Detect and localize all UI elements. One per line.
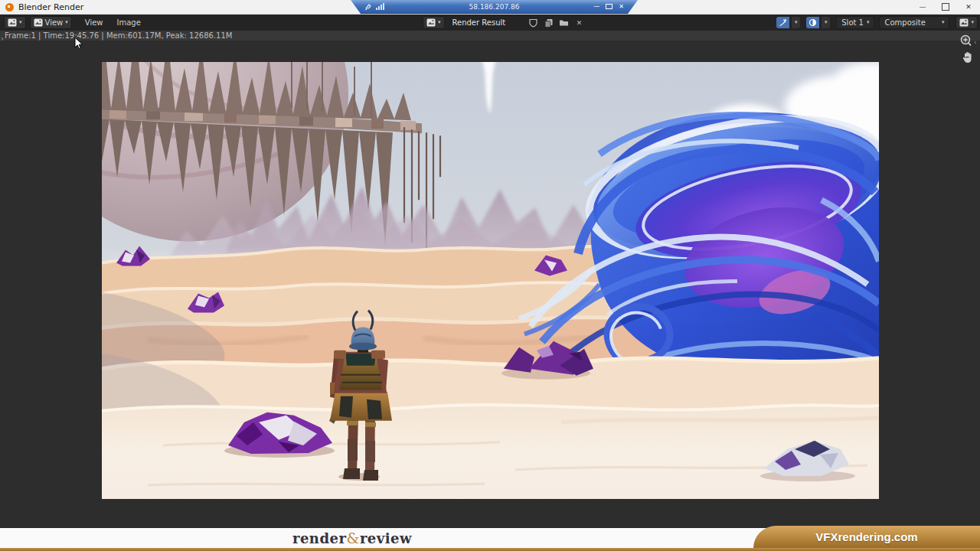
header-right: ▾ ▾ Slot 1 ▾ Composite ▾ <box>776 15 978 31</box>
rdp-restore-button[interactable] <box>606 4 612 9</box>
window-controls: — ✕ <box>911 0 980 14</box>
minimize-button[interactable]: — <box>911 0 934 14</box>
gizmos-dropdown[interactable]: ▾ <box>791 17 800 28</box>
chevron-down-icon: ▾ <box>867 20 870 25</box>
maximize-icon <box>942 3 949 11</box>
blender-window: Blender Render — ✕ 58.186.207.86 — ✕ <box>0 0 980 551</box>
image-icon <box>959 18 969 27</box>
rdp-connection-bar: 58.186.207.86 — ✕ <box>351 0 638 14</box>
wordmark-ampersand: & <box>346 530 359 546</box>
footer-gold-line <box>0 548 980 551</box>
chevron-down-icon: ▾ <box>19 20 22 25</box>
render-scene <box>102 62 879 499</box>
fake-user-button[interactable] <box>528 17 540 29</box>
wordmark-post: review <box>360 530 412 546</box>
sand-foreground <box>102 405 879 499</box>
zoom-in-tool[interactable] <box>959 34 974 49</box>
wordmark-pre: render <box>292 530 347 546</box>
mode-label: View <box>45 18 64 27</box>
chevron-down-icon: ▾ <box>795 20 798 25</box>
chevron-down-icon: ▾ <box>438 20 441 25</box>
blender-logo-icon <box>5 3 14 11</box>
pan-hand-tool[interactable] <box>962 51 974 64</box>
render-result-image[interactable] <box>102 62 879 499</box>
rdp-minimize-button[interactable]: — <box>593 0 599 13</box>
image-editor-header: ▾ View ▾ View Image ▾ <box>0 15 980 31</box>
image-icon <box>426 18 436 27</box>
mode-dropdown[interactable]: View ▾ <box>30 16 72 29</box>
image-pin-button[interactable]: ▾ <box>956 16 978 29</box>
vfx-site-text: VFXrendering.com <box>815 530 917 543</box>
open-image-button[interactable] <box>558 17 570 29</box>
chevron-down-icon: ▾ <box>825 20 828 25</box>
view-mode-icon <box>34 18 43 27</box>
folder-icon <box>559 18 569 27</box>
chevron-down-icon: ▾ <box>971 20 974 25</box>
image-name-field[interactable]: Render Result <box>448 18 524 27</box>
slot-label: Slot 1 <box>841 18 864 27</box>
shield-icon <box>529 18 537 28</box>
close-button[interactable]: ✕ <box>957 0 980 14</box>
overlays-dropdown[interactable]: ▾ <box>821 17 830 28</box>
chevron-down-icon: ▾ <box>65 20 68 25</box>
header-left: ▾ View ▾ View Image <box>0 16 148 29</box>
region-expand-arrow[interactable]: › <box>1 34 4 43</box>
chevron-down-icon: ▾ <box>942 20 945 25</box>
rdp-window-controls: — ✕ <box>593 0 624 13</box>
slot-dropdown[interactable]: Slot 1 ▾ <box>836 16 874 29</box>
image-datablock-cluster: ▾ Render Result ✕ <box>423 15 586 31</box>
copy-pages-icon <box>544 18 554 28</box>
pass-dropdown[interactable]: Composite ▾ <box>879 16 949 29</box>
render-status-bar: Frame:1 | Time:19:45.76 | Mem:601.17M, P… <box>0 31 980 41</box>
editor-type-button[interactable]: ▾ <box>4 16 26 29</box>
image-editor-icon <box>8 18 17 27</box>
overlays-icon <box>808 18 817 27</box>
unlink-image-button[interactable]: ✕ <box>573 17 586 29</box>
gizmos-toggle[interactable] <box>776 17 789 28</box>
render-review-wordmark: render&review <box>122 530 582 546</box>
maximize-button[interactable] <box>934 0 957 14</box>
window-title: Blender Render <box>18 2 83 12</box>
rdp-close-button[interactable]: ✕ <box>619 0 624 13</box>
menu-view[interactable]: View <box>78 18 110 27</box>
vfx-banner: VFXrendering.com <box>753 526 980 548</box>
browse-image-button[interactable]: ▾ <box>423 16 445 29</box>
new-image-button[interactable] <box>543 17 555 29</box>
gizmo-arrow-icon <box>779 18 787 27</box>
mouse-cursor <box>74 37 83 51</box>
render-status-text: Frame:1 | Time:19:45.76 | Mem:601.17M, P… <box>5 31 232 40</box>
overlays-toggle[interactable] <box>806 17 819 28</box>
pass-label: Composite <box>884 18 925 27</box>
gizmo-collapse-arrow[interactable]: ‹ <box>974 38 977 46</box>
menu-image[interactable]: Image <box>110 18 148 27</box>
